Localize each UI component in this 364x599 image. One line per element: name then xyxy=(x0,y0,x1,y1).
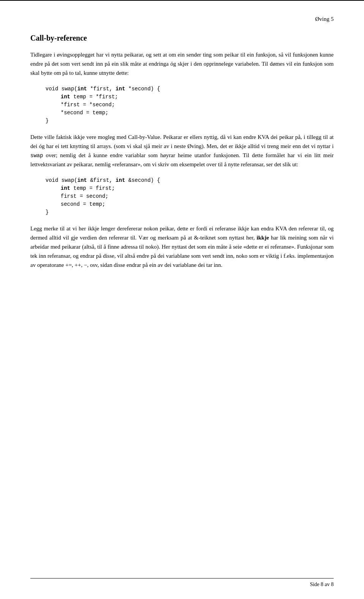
code-line-1-4: *second = temp; xyxy=(46,109,334,117)
code-block-1: void swap(int *first, int *second) { int… xyxy=(46,85,334,125)
code-line-1-5: } xyxy=(46,117,334,125)
code-block-2: void swap(int &first, int &second) { int… xyxy=(46,177,334,216)
intro-paragraph: Tidlegare i øvingsopplegget har vi nytta… xyxy=(30,50,334,77)
header-title: Øving 5 xyxy=(315,16,334,22)
code-line-1-2: int temp = *first; xyxy=(46,93,334,101)
code-line-2-3: first = second; xyxy=(46,192,334,200)
after-code1-paragraph: Dette ville faktisk ikkje vere mogleg me… xyxy=(30,132,334,169)
page-footer: Side 8 av 8 xyxy=(30,578,334,588)
footer-page-info: Side 8 av 8 xyxy=(310,582,334,587)
section-title: Call-by-reference xyxy=(30,34,334,43)
bold-ikkje: ikkje xyxy=(257,235,269,241)
page-container: Øving 5 Call-by-reference Tidlegare i øv… xyxy=(0,0,364,599)
code-line-1-3: *first = *second; xyxy=(46,101,334,109)
code-line-2-1: void swap(int &first, int &second) { xyxy=(46,177,334,184)
after-code2-paragraph: Legg merke til at vi her ikkje lenger de… xyxy=(30,224,334,270)
code-line-2-2: int temp = first; xyxy=(46,184,334,192)
page-header: Øving 5 xyxy=(30,16,334,22)
code-line-2-4: second = temp; xyxy=(46,200,334,208)
code-line-1-1: void swap(int *first, int *second) { xyxy=(46,85,334,93)
code-line-2-5: } xyxy=(46,208,334,216)
